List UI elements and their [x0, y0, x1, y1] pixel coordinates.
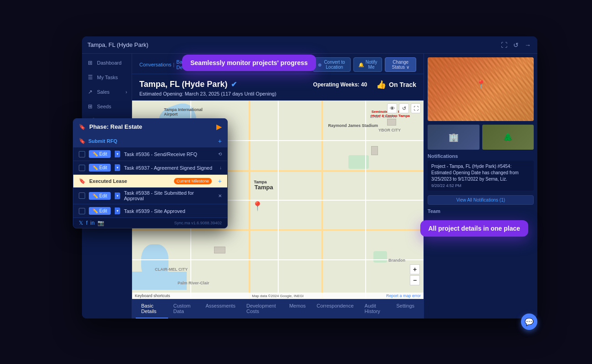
- notification-date: 9/20/22 4:52 PM: [431, 183, 530, 188]
- notification-text: Project - Tampa, FL (Hyde Park) #5454: E…: [431, 163, 530, 182]
- facebook-icon[interactable]: f: [86, 220, 87, 226]
- top-nav-actions: ⊕ Convert to Location 🔔 Notify Me Change…: [313, 57, 416, 72]
- map-footer: Keyboard shortcuts Map data ©2024 Google…: [132, 293, 424, 299]
- team-section: Team: [428, 208, 534, 214]
- map-expand-button[interactable]: ⛶: [411, 103, 421, 113]
- chat-button[interactable]: 💬: [521, 313, 537, 330]
- task-checkbox-5939[interactable]: [79, 208, 85, 214]
- sidebar-item-sales[interactable]: ↗ Sales ›: [82, 85, 132, 99]
- task-status-icon-5936: ⟲: [218, 152, 222, 157]
- edit-button-5936[interactable]: ✏️ Edit: [89, 150, 111, 158]
- window-title: Tampa, FL (Hyde Park): [87, 41, 495, 48]
- submit-milestone: 🔖 Submit RFQ +: [73, 135, 227, 147]
- task-checkbox-5936[interactable]: [79, 151, 85, 157]
- task-checkbox-5937[interactable]: [79, 165, 85, 171]
- map-label-stadium: Raymond James Stadium: [328, 123, 378, 128]
- tab-memos[interactable]: Memos: [284, 299, 311, 318]
- tab-correspondence[interactable]: Correspondence: [311, 299, 359, 318]
- map-label-airport: Tampa InternationalAirport: [164, 107, 203, 116]
- sidebar-item-mytasks[interactable]: ☰ My Tasks: [82, 70, 132, 85]
- task-text-5936: Task #5936 - Send/Receive RFQ: [124, 152, 197, 157]
- bottom-tabs: Basic Details Custom Data Assessments De…: [132, 299, 424, 318]
- seeds-icon: ⊞: [88, 103, 94, 110]
- map-thumbnail: 📍: [428, 57, 534, 121]
- linkedin-icon[interactable]: in: [90, 220, 94, 226]
- map-controls: 👁 ↺ ⛶: [387, 103, 421, 113]
- edit-icon-3: ✏️: [92, 193, 98, 198]
- sidebar-item-seeds[interactable]: ⊞ Seeds: [82, 99, 132, 114]
- close-icon[interactable]: →: [524, 41, 532, 49]
- tab-dev-costs[interactable]: Development Costs: [241, 299, 284, 318]
- verified-badge: ✔: [231, 80, 237, 89]
- edit-dropdown-5937[interactable]: ▾: [115, 164, 120, 171]
- edit-icon: ✏️: [92, 152, 98, 157]
- convert-to-location-button[interactable]: ⊕ Convert to Location: [313, 57, 351, 72]
- add-task-button[interactable]: +: [218, 137, 222, 145]
- edit-button-5937[interactable]: ✏️ Edit: [89, 164, 111, 172]
- edit-dropdown-5939[interactable]: ▾: [115, 207, 120, 214]
- map-label-brandon: Brandon: [388, 258, 405, 263]
- map-label-easttampa: EAST TAMPA: [370, 114, 396, 119]
- nav-conversations[interactable]: Conversations: [139, 62, 171, 67]
- project-title: Tampa, FL (Hyde Park) ✔: [139, 80, 276, 89]
- submit-bookmark-icon: 🔖: [79, 138, 86, 144]
- tooltip-project-details: All project details in one place: [420, 220, 529, 237]
- sales-icon: ↗: [88, 89, 94, 95]
- executed-bookmark-icon: 🔖: [79, 178, 86, 184]
- tab-assessments[interactable]: Assessments: [200, 299, 241, 318]
- tab-settings[interactable]: Settings: [391, 299, 420, 318]
- title-bar-icons: ⛶ ↺ →: [500, 41, 532, 49]
- map-zoom-out[interactable]: −: [410, 275, 420, 285]
- edit-dropdown-5938[interactable]: ▾: [115, 192, 120, 199]
- sidebar-item-label: Dashboard: [97, 60, 122, 66]
- tab-basic-details[interactable]: Basic Details: [136, 299, 168, 318]
- map-label-palmriver: Palm River-Clair: [178, 281, 209, 285]
- edit-button-5939[interactable]: ✏️ Edit: [89, 207, 111, 215]
- team-title: Team: [428, 208, 534, 214]
- report-error[interactable]: Report a map error: [386, 293, 421, 298]
- task-status-icon-5937: ↓: [219, 165, 222, 170]
- tab-audit-history[interactable]: Audit History: [359, 299, 391, 318]
- title-bar: Tampa, FL (Hyde Park) ⛶ ↺ →: [82, 36, 537, 54]
- refresh-icon[interactable]: ↺: [512, 41, 520, 49]
- phase-panel-header: 🔖 Phase: Real Estate ▶: [73, 119, 227, 135]
- map-label-ybor: YBOR CITY: [378, 128, 401, 132]
- arrow-icon: ›: [126, 90, 127, 95]
- tooltip-monitor-projects: Seamlessly monitor projects' progress: [182, 55, 316, 71]
- current-milestone-badge: Current Milestone: [174, 178, 212, 184]
- edit-dropdown-5936[interactable]: ▾: [115, 151, 120, 157]
- twitter-icon[interactable]: 𝕏: [79, 220, 83, 226]
- bookmark-icon: 🔖: [79, 124, 86, 130]
- map-zoom-in[interactable]: +: [410, 264, 420, 274]
- project-meta: Estimated Opening: March 23, 2025 (117 d…: [139, 91, 276, 96]
- change-status-button[interactable]: Change Status ∨: [385, 57, 416, 72]
- map-view-button[interactable]: 👁: [387, 103, 397, 113]
- add-executed-task-button[interactable]: +: [218, 177, 222, 185]
- operating-weeks: Operating Weeks: 40: [313, 81, 367, 88]
- map-city-label: Tampa: [255, 184, 273, 191]
- version-text: Sync.ma v1.6.9088.39402: [174, 221, 222, 225]
- task-row-5936: ✏️ Edit ▾ Task #5936 - Send/Receive RFQ …: [73, 147, 227, 161]
- map-label-clairmel: CLAIR-MEL CITY: [155, 267, 188, 272]
- task-status-icon-5938: ✕: [218, 193, 222, 198]
- expand-icon[interactable]: ⛶: [500, 41, 508, 49]
- sidebar-item-dashboard[interactable]: ⊞ Dashboard: [82, 56, 132, 70]
- edit-button-5938[interactable]: ✏️ Edit: [89, 192, 111, 200]
- view-all-notifications-button[interactable]: View All Notifications (1): [428, 195, 534, 205]
- phase-arrow-icon: ▶: [216, 122, 222, 131]
- estimated-opening-date: March 23, 2025: [185, 91, 219, 96]
- edit-icon-2: ✏️: [92, 165, 98, 170]
- right-panel: 📍 🏢 🌲 Notifications Project - Tampa, FL …: [424, 54, 537, 318]
- photo-row: 🏢 🌲: [428, 125, 534, 150]
- map-attribution: Map data ©2024 Google, INEGI: [252, 294, 304, 298]
- map-refresh-button[interactable]: ↺: [399, 103, 409, 113]
- dashboard-icon: ⊞: [88, 60, 94, 66]
- instagram-icon[interactable]: 📷: [97, 220, 104, 226]
- tab-custom-data[interactable]: Custom Data: [168, 299, 200, 318]
- task-checkbox-5938[interactable]: [79, 192, 85, 199]
- tasks-icon: ☰: [88, 74, 94, 81]
- thumbnail-pin: 📍: [476, 79, 486, 89]
- map-zoom-controls: + −: [410, 264, 420, 285]
- task-text-5938: Task #5938 - Site Submitted for Approval: [124, 190, 214, 201]
- notify-me-button[interactable]: 🔔 Notify Me: [353, 57, 383, 72]
